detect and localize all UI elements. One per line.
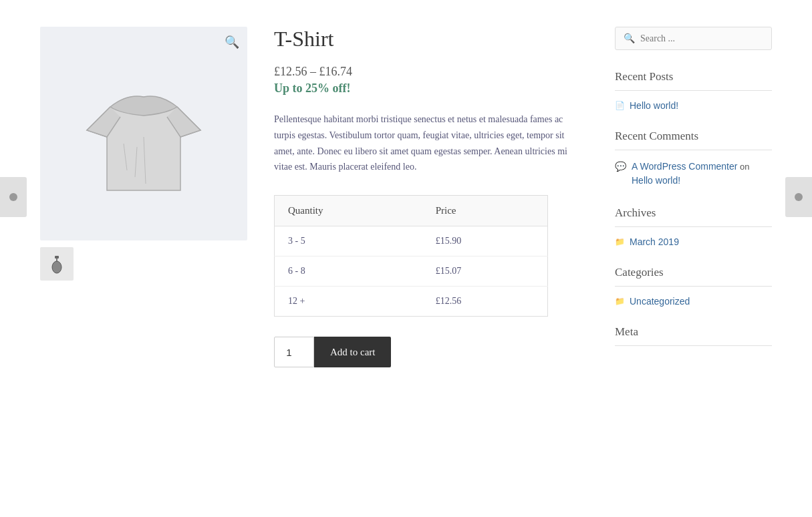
recent-comments-section: Recent Comments 💬 A WordPress Commenter … [615, 130, 772, 188]
comment-icon: 💬 [615, 161, 626, 172]
category-folder-icon: 📁 [615, 297, 624, 306]
price-cell: £15.07 [422, 256, 548, 287]
search-section: 🔍 [615, 27, 772, 50]
right-nav-hint[interactable] [785, 177, 812, 217]
tshirt-image [74, 57, 214, 210]
recent-comments-heading: Recent Comments [615, 130, 772, 143]
add-to-cart-button[interactable]: Add to cart [314, 337, 391, 367]
product-title: T-Shirt [274, 27, 575, 51]
price-header: Price [422, 196, 548, 226]
recent-post-link-1[interactable]: Hello world! [630, 100, 678, 111]
recent-comments-divider [615, 150, 772, 150]
price-cell: £15.90 [422, 226, 548, 256]
doc-icon: 📄 [615, 101, 624, 110]
meta-divider [615, 345, 772, 346]
price-range: £12.56 – £16.74 [274, 65, 575, 79]
svg-point-7 [795, 193, 803, 201]
table-row: 6 - 8£15.07 [275, 256, 548, 287]
quantity-input[interactable] [274, 337, 314, 367]
product-description: Pellentesque habitant morbi tristique se… [274, 112, 575, 175]
meta-heading: Meta [615, 325, 772, 339]
pricing-table: Quantity Price 3 - 5£15.906 - 8£15.0712 … [274, 195, 548, 317]
svg-point-6 [9, 193, 17, 201]
quantity-cell: 6 - 8 [275, 256, 422, 287]
price-cell: £12.56 [422, 287, 548, 317]
archive-link-1[interactable]: March 2019 [630, 236, 679, 247]
search-input[interactable] [640, 33, 763, 44]
quantity-header: Quantity [275, 196, 422, 226]
sale-text: Up to 25% off! [274, 81, 575, 96]
archives-divider [615, 226, 772, 227]
comment-author-link[interactable]: A WordPress Commenter [632, 161, 737, 172]
comment-connector: on [740, 162, 749, 172]
recent-posts-divider [615, 90, 772, 91]
comment-post-link[interactable]: Hello world! [632, 175, 680, 186]
thumbnail-strip [40, 247, 247, 281]
left-nav-hint[interactable] [0, 177, 27, 217]
archive-folder-icon: 📁 [615, 237, 624, 246]
product-image-wrapper: 🔍 [40, 27, 247, 240]
comment-text-1: A WordPress Commenter on Hello world! [632, 160, 772, 188]
recent-post-item-1: 📄 Hello world! [615, 100, 772, 111]
archive-item-1: 📁 March 2019 [615, 236, 772, 247]
table-row: 12 +£12.56 [275, 287, 548, 317]
categories-section: Categories 📁 Uncategorized [615, 266, 772, 307]
category-item-1: 📁 Uncategorized [615, 296, 772, 307]
recent-posts-heading: Recent Posts [615, 70, 772, 83]
meta-section: Meta [615, 325, 772, 346]
svg-rect-5 [55, 256, 59, 258]
add-to-cart-row: Add to cart [274, 337, 575, 367]
main-content: 🔍 [40, 27, 575, 367]
thumbnail-1[interactable] [40, 247, 74, 281]
archives-heading: Archives [615, 206, 772, 220]
archives-section: Archives 📁 March 2019 [615, 206, 772, 247]
categories-divider [615, 286, 772, 287]
comment-item-1: 💬 A WordPress Commenter on Hello world! [615, 160, 772, 188]
category-link-1[interactable]: Uncategorized [630, 296, 690, 307]
product-details-col: T-Shirt £12.56 – £16.74 Up to 25% off! P… [274, 27, 575, 367]
quantity-cell: 3 - 5 [275, 226, 422, 256]
search-icon: 🔍 [624, 33, 635, 44]
zoom-icon[interactable]: 🔍 [225, 35, 239, 49]
svg-point-3 [52, 261, 61, 273]
quantity-cell: 12 + [275, 287, 422, 317]
search-box: 🔍 [615, 27, 772, 50]
categories-heading: Categories [615, 266, 772, 279]
sidebar: 🔍 Recent Posts 📄 Hello world! Recent Com… [615, 27, 772, 367]
product-image-col: 🔍 [40, 27, 247, 367]
table-row: 3 - 5£15.90 [275, 226, 548, 256]
recent-posts-section: Recent Posts 📄 Hello world! [615, 70, 772, 111]
